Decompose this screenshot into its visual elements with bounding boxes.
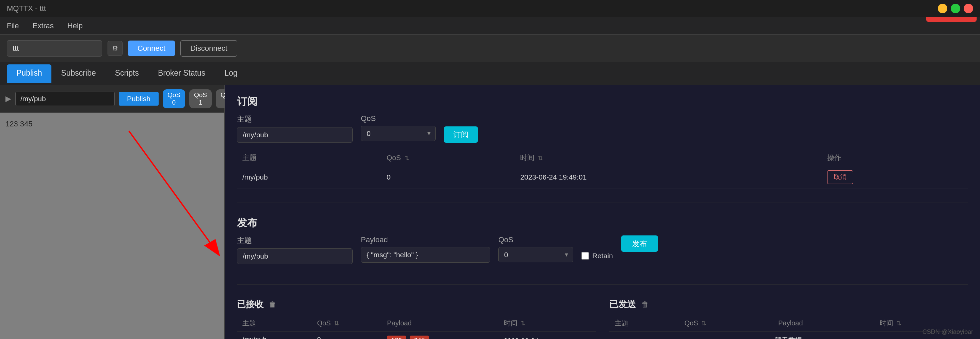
message-content: 123 345 xyxy=(5,118,218,130)
tab-log[interactable]: Log xyxy=(215,64,247,83)
payload-tag-345: 345 xyxy=(410,336,429,339)
data-sections: 已接收 🗑 主题 QoS ⇅ Payload 时间 xyxy=(237,299,968,339)
close-button[interactable] xyxy=(964,4,973,13)
subscribe-title: 订阅 xyxy=(237,95,968,109)
sent-header-topic: 主题 xyxy=(609,315,679,331)
received-table: 主题 QoS ⇅ Payload 时间 ⇅ xyxy=(237,315,596,339)
publish-qos-select[interactable]: 0 1 2 xyxy=(498,247,573,262)
received-title: 已接收 xyxy=(237,299,264,310)
publish-button[interactable]: Publish xyxy=(119,92,159,106)
publish-payload-input[interactable] xyxy=(361,247,490,263)
tab-scripts[interactable]: Scripts xyxy=(105,64,148,83)
tab-subscribe[interactable]: Subscribe xyxy=(51,64,105,83)
sent-table: 主题 QoS ⇅ Payload 时间 ⇅ xyxy=(609,315,968,339)
publish-payload-group: Payload xyxy=(361,235,490,263)
menu-extras[interactable]: Extras xyxy=(32,21,53,30)
recv-time-sort-icon: ⇅ xyxy=(520,320,526,327)
qos0-badge[interactable]: QoS 0 xyxy=(163,89,185,108)
retain-checkbox[interactable] xyxy=(581,252,589,260)
publish-bar: ▶ Publish QoS 0 QoS 1 QoS 2 Retained ◀▶ xyxy=(0,85,224,113)
sent-header-qos: QoS ⇅ xyxy=(679,315,773,331)
subscribe-qos-select[interactable]: 0 1 2 xyxy=(361,126,436,141)
title-bar-controls xyxy=(938,4,973,13)
subscribe-topic-label: 主题 xyxy=(237,114,353,124)
publish-right-section: 发布 主题 Payload QoS 0 1 2 xyxy=(237,216,968,271)
publish-topic-label: 主题 xyxy=(237,235,353,246)
tab-publish[interactable]: Publish xyxy=(7,64,51,83)
recv-row1-time: 2023-06-2419:49:11 xyxy=(498,331,596,339)
maximize-button[interactable] xyxy=(951,4,960,13)
subscribe-qos-label: QoS xyxy=(361,114,436,123)
subscribe-topic-input[interactable] xyxy=(237,127,353,143)
received-trash-icon[interactable]: 🗑 xyxy=(269,300,277,309)
sub-row-time: 2023-06-24 19:49:01 xyxy=(515,166,822,189)
received-row-1: /my/pub 0 123 345 2023-06-2419:49:11 xyxy=(237,331,596,339)
recv-header-qos: QoS ⇅ xyxy=(312,315,382,331)
sub-row-action: 取消 xyxy=(822,166,968,189)
payload-tag-123: 123 xyxy=(387,336,406,339)
tab-broker-status[interactable]: Broker Status xyxy=(148,64,215,83)
publish-topic-input[interactable] xyxy=(237,248,353,264)
cancel-subscription-button[interactable]: 取消 xyxy=(827,170,853,184)
connection-input[interactable] xyxy=(7,40,102,56)
sub-table-header-action: 操作 xyxy=(822,150,968,166)
received-header: 已接收 🗑 xyxy=(237,299,596,310)
retain-label: Retain xyxy=(592,252,613,260)
sub-table-header-qos: QoS ⇅ xyxy=(381,150,515,166)
sent-title: 已发送 xyxy=(609,299,636,310)
recv-row1-topic: /my/pub xyxy=(237,331,312,339)
connect-button[interactable]: Connect xyxy=(128,40,175,56)
sub-table-header-topic: 主题 xyxy=(237,150,381,166)
publish-qos-label: QoS xyxy=(498,235,573,244)
recv-qos-sort-icon: ⇅ xyxy=(334,320,339,327)
sent-header: 已发送 🗑 xyxy=(609,299,968,310)
subscribe-field-row: 主题 QoS 0 1 2 订阅 xyxy=(237,114,968,143)
expand-button[interactable]: ▶ xyxy=(5,94,11,103)
sent-no-data-row: 暂无数据 xyxy=(609,331,968,339)
arrow-annotation xyxy=(0,113,224,339)
publish-topic-group: 主题 xyxy=(237,235,353,264)
menu-file[interactable]: File xyxy=(7,21,19,30)
main-layout: ▶ Publish QoS 0 QoS 1 QoS 2 Retained ◀▶ … xyxy=(0,85,980,339)
nav-tabs: Publish Subscribe Scripts Broker Status … xyxy=(0,62,980,85)
topic-input[interactable] xyxy=(15,92,115,106)
disconnect-button[interactable]: Disconnect xyxy=(180,40,237,56)
subscription-table: 主题 QoS ⇅ 时间 ⇅ 操作 /my/pub xyxy=(237,150,968,189)
qos1-badge[interactable]: QoS 1 xyxy=(189,89,212,108)
svg-line-1 xyxy=(129,131,217,253)
subscribe-qos-group: QoS 0 1 2 xyxy=(361,114,436,141)
menu-help[interactable]: Help xyxy=(67,21,83,30)
sub-table-header-time: 时间 ⇅ xyxy=(515,150,822,166)
retain-wrapper: Retain xyxy=(581,248,613,264)
toolbar: ⚙ Connect Disconnect xyxy=(0,35,980,62)
recv-header-topic: 主题 xyxy=(237,315,312,331)
subscribe-button[interactable]: 订阅 xyxy=(444,126,478,143)
subscribe-topic-group: 主题 xyxy=(237,114,353,143)
message-area: 123 345 xyxy=(0,113,224,339)
time-sort-icon: ⇅ xyxy=(538,155,543,162)
minimize-button[interactable] xyxy=(938,4,947,13)
recv-header-time: 时间 ⇅ xyxy=(498,315,596,331)
publish-qos-select-wrapper: 0 1 2 xyxy=(498,247,573,262)
subscribe-section: 订阅 主题 QoS 0 1 2 订阅 xyxy=(237,95,968,189)
title-bar-text: MQTTX - ttt xyxy=(7,4,46,13)
publish-right-button[interactable]: 发布 xyxy=(621,235,658,252)
sent-trash-icon[interactable]: 🗑 xyxy=(641,300,649,309)
left-panel: ▶ Publish QoS 0 QoS 1 QoS 2 Retained ◀▶ … xyxy=(0,85,225,339)
right-panel: 订阅 主题 QoS 0 1 2 订阅 xyxy=(225,85,980,339)
settings-icon-button[interactable]: ⚙ xyxy=(108,41,123,56)
watermark: CSDN @Xiaoyibar xyxy=(923,328,973,336)
publish-right-title: 发布 xyxy=(237,216,968,230)
qos-sort-icon: ⇅ xyxy=(404,155,409,162)
sent-header-payload: Payload xyxy=(773,315,874,331)
title-bar: MQTTX - ttt xyxy=(0,0,980,17)
recv-row1-qos: 0 xyxy=(312,331,382,339)
publish-qos-group: QoS 0 1 2 xyxy=(498,235,573,262)
received-section: 已接收 🗑 主题 QoS ⇅ Payload 时间 xyxy=(237,299,596,339)
publish-field-row: 主题 Payload QoS 0 1 2 xyxy=(237,235,968,264)
subscribe-qos-select-wrapper: 0 1 2 xyxy=(361,126,436,141)
publish-payload-label: Payload xyxy=(361,235,490,244)
divider-1 xyxy=(237,202,968,202)
sent-no-data: 暂无数据 xyxy=(609,331,968,339)
sent-qos-sort-icon: ⇅ xyxy=(701,320,706,327)
